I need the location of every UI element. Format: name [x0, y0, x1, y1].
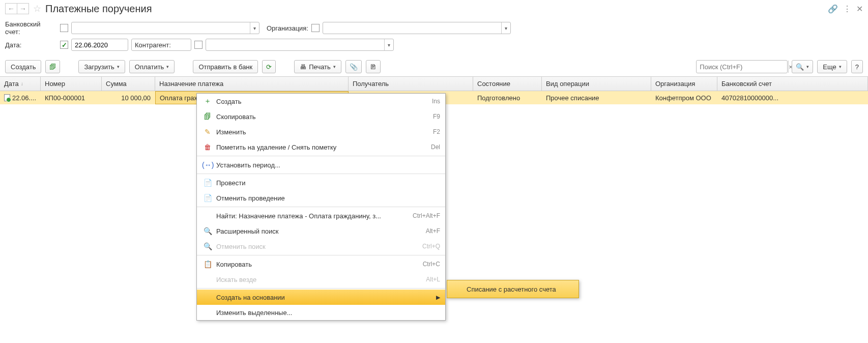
search-box[interactable]: ×	[696, 60, 788, 73]
date-field[interactable]: 📅	[71, 39, 128, 51]
counterparty-input[interactable]	[206, 39, 384, 50]
cell-state: Подготовлено	[473, 91, 542, 104]
col-account[interactable]: Банковский счет	[717, 77, 868, 91]
col-recipient[interactable]: Получатель	[349, 77, 473, 91]
send-to-bank-button[interactable]: Отправить в банк	[193, 60, 258, 73]
context-menu: ＋СоздатьIns 🗐СкопироватьF9 ✎ИзменитьF2 🗑…	[196, 93, 446, 104]
cell-account: 40702810000000...	[717, 91, 868, 104]
org-label: Организация:	[267, 24, 308, 32]
nav-back-button[interactable]: ←	[5, 3, 17, 14]
create-button[interactable]: Создать	[5, 60, 41, 73]
sort-indicator-icon: ↓	[21, 81, 23, 87]
col-org[interactable]: Организация	[651, 77, 717, 91]
cell-sum: 10 000,00	[102, 91, 155, 104]
date-label: Дата:	[5, 41, 57, 49]
pay-button[interactable]: Оплатить▾	[129, 60, 175, 73]
col-date[interactable]: Дата↓	[0, 77, 41, 91]
counterparty-label-combo[interactable]: ▾	[131, 39, 191, 51]
dropdown-icon[interactable]: ▾	[250, 22, 259, 34]
printer-icon: 🖶	[300, 63, 306, 71]
col-optype[interactable]: Вид операции	[542, 77, 651, 91]
col-state[interactable]: Состояние	[473, 77, 542, 91]
refresh-icon: ⟳	[266, 63, 272, 71]
refresh-button[interactable]: ⟳	[262, 60, 276, 73]
date-checkbox[interactable]	[60, 41, 68, 49]
cell-org: Конфетпром ООО	[651, 91, 717, 104]
copy-icon: 🗐	[49, 63, 56, 71]
more-vert-icon[interactable]: ⋮	[843, 4, 851, 14]
counterparty-combo[interactable]: ▾	[206, 39, 394, 51]
col-purpose[interactable]: Назначение платежа	[155, 77, 349, 91]
nav-forward-button[interactable]: →	[17, 3, 29, 14]
favorite-star-icon[interactable]: ☆	[33, 3, 41, 14]
attach-button[interactable]: 📎	[345, 60, 362, 73]
dropdown-icon[interactable]: ▾	[384, 39, 393, 50]
dropdown-icon[interactable]: ▾	[501, 22, 510, 34]
page-title: Платежные поручения	[45, 3, 152, 15]
org-checkbox[interactable]	[311, 24, 320, 32]
paperclip-icon: 📎	[350, 63, 358, 71]
org-combo[interactable]: ▾	[323, 22, 511, 34]
search-input[interactable]	[697, 61, 788, 73]
bank-account-input[interactable]	[72, 22, 250, 34]
cell-optype: Прочее списание	[542, 91, 651, 104]
col-sum[interactable]: Сумма	[102, 77, 155, 91]
print-button[interactable]: 🖶Печать▾	[294, 60, 341, 73]
org-input[interactable]	[323, 22, 501, 34]
bank-account-checkbox[interactable]	[60, 24, 68, 32]
col-number[interactable]: Номер	[41, 77, 102, 91]
bank-account-label: Банковский счет:	[5, 20, 57, 36]
copy-button[interactable]: 🗐	[45, 60, 60, 73]
load-button[interactable]: Загрузить▾	[78, 60, 125, 73]
close-icon[interactable]: ✕	[856, 4, 863, 14]
link-icon[interactable]: 🔗	[828, 4, 838, 14]
document-status-icon	[4, 94, 10, 101]
search-menu-button[interactable]: 🔍▾	[792, 60, 813, 73]
table-header: Дата↓ Номер Сумма Назначение платежа Пол…	[0, 77, 868, 91]
cell-date: 22.06....	[0, 91, 41, 104]
bank-account-combo[interactable]: ▾	[71, 22, 259, 34]
search-icon: 🔍	[796, 63, 804, 71]
related-icon: 🖹	[370, 63, 377, 71]
help-button[interactable]: ?	[851, 60, 863, 73]
related-button[interactable]: 🖹	[366, 60, 381, 73]
plus-icon: ＋	[202, 97, 213, 104]
more-button[interactable]: Еще▾	[817, 60, 847, 73]
counterparty-checkbox[interactable]	[194, 41, 202, 49]
ctx-create[interactable]: ＋СоздатьIns	[197, 94, 445, 104]
cell-number: КП00-000001	[41, 91, 102, 104]
